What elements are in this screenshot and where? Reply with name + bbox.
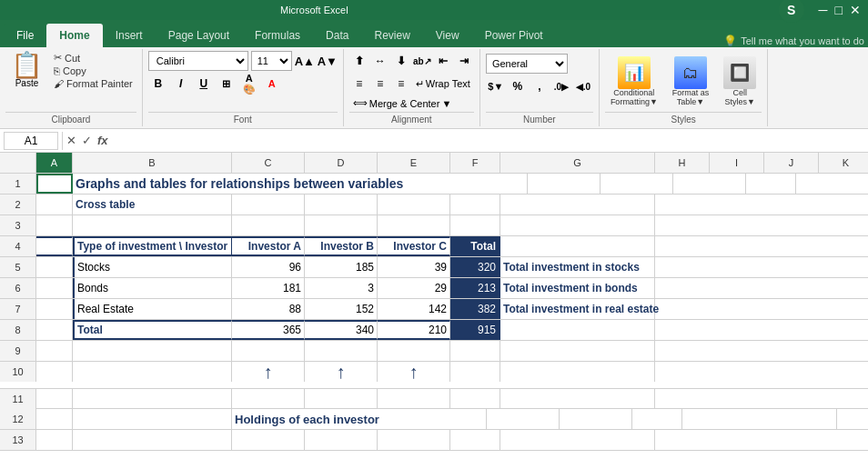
col-header-i[interactable]: I (710, 153, 764, 173)
cell-a6[interactable] (36, 278, 73, 298)
cell-a2[interactable] (36, 195, 73, 215)
cell-g8[interactable] (500, 320, 655, 340)
cell-b13[interactable] (73, 430, 232, 450)
cell-d5[interactable]: 185 (305, 257, 378, 277)
cell-c6[interactable]: 181 (232, 278, 305, 298)
cell-b10[interactable] (73, 362, 232, 382)
align-center-button[interactable]: ≡ (370, 74, 390, 94)
cell-f3[interactable] (450, 215, 500, 235)
cell-b3[interactable] (73, 215, 232, 235)
bold-button[interactable]: B (148, 74, 168, 94)
cell-c11[interactable] (232, 389, 305, 409)
col-header-k[interactable]: K (819, 153, 868, 173)
cell-a12[interactable] (36, 409, 73, 429)
cell-e11[interactable] (378, 389, 450, 409)
cell-a9[interactable] (36, 341, 73, 361)
cell-b12[interactable] (73, 409, 232, 429)
close-button[interactable]: ✕ (850, 3, 861, 17)
cell-c12[interactable]: Holdings of each investor (232, 409, 487, 429)
cell-f7[interactable]: 382 (450, 299, 500, 319)
cell-e7[interactable]: 142 (378, 299, 450, 319)
cell-c5[interactable]: 96 (232, 257, 305, 277)
cell-a10[interactable] (36, 362, 73, 382)
cell-f8[interactable]: 915 (450, 320, 500, 340)
font-color-button[interactable]: A (262, 74, 282, 94)
tell-me-bar[interactable]: 💡 Tell me what you want to do (723, 35, 864, 47)
cell-c7[interactable]: 88 (232, 299, 305, 319)
col-header-e[interactable]: E (378, 153, 450, 173)
cell-g10[interactable] (500, 362, 655, 382)
cell-d3[interactable] (305, 215, 378, 235)
align-top-button[interactable]: ⬆ (349, 51, 369, 71)
font-size-select[interactable]: 11 (251, 51, 292, 71)
user-avatar[interactable]: S (779, 0, 804, 23)
font-name-select[interactable]: Calibri (148, 51, 248, 71)
cell-c13[interactable] (232, 430, 305, 450)
font-decrease-button[interactable]: A▼ (318, 51, 338, 71)
font-increase-button[interactable]: A▲ (295, 51, 315, 71)
cell-e8[interactable]: 210 (378, 320, 450, 340)
cell-e9[interactable] (378, 341, 450, 361)
indent-decrease-button[interactable]: ⇤ (433, 51, 453, 71)
cell-c3[interactable] (232, 215, 305, 235)
cell-reference-input[interactable] (4, 132, 58, 150)
formula-cancel-icon[interactable]: ✕ (66, 134, 76, 147)
formula-input[interactable] (112, 132, 864, 150)
cell-a1[interactable] (36, 174, 73, 194)
cell-f5[interactable]: 320 (450, 257, 500, 277)
format-as-table-button[interactable]: 🗂 Format asTable▼ (667, 55, 715, 109)
cell-b7[interactable]: Real Estate (73, 299, 232, 319)
cell-f6[interactable]: 213 (450, 278, 500, 298)
decimal-decrease-button[interactable]: ◀.0 (573, 76, 593, 96)
minimize-button[interactable]: ─ (819, 3, 828, 17)
cell-d1[interactable] (601, 174, 673, 194)
cell-f9[interactable] (450, 341, 500, 361)
tab-page-layout[interactable]: Page Layout (156, 24, 242, 47)
cell-e3[interactable] (378, 215, 450, 235)
cell-b8[interactable]: Total (73, 320, 232, 340)
col-header-a[interactable]: A (36, 153, 73, 173)
fill-color-button[interactable]: A🎨 (239, 74, 259, 94)
cell-f12[interactable] (632, 409, 682, 429)
cell-c8[interactable]: 365 (232, 320, 305, 340)
comma-button[interactable]: , (530, 76, 550, 96)
tab-insert[interactable]: Insert (103, 24, 156, 47)
formula-fx-icon[interactable]: fx (97, 134, 108, 147)
cell-g4[interactable] (500, 236, 655, 256)
cell-b4[interactable]: Type of investment \ Investor (73, 236, 232, 256)
cut-button[interactable]: ✂ Cut (50, 51, 136, 65)
cell-g5[interactable]: Total investment in stocks (500, 257, 655, 277)
cell-d4[interactable]: Investor B (305, 236, 378, 256)
tab-formulas[interactable]: Formulas (242, 24, 313, 47)
cell-e13[interactable] (378, 430, 450, 450)
copy-button[interactable]: ⎘ Copy (50, 65, 136, 77)
cell-c2[interactable] (232, 195, 305, 215)
cell-f4[interactable]: Total (450, 236, 500, 256)
cell-g6[interactable]: Total investment in bonds (500, 278, 655, 298)
cell-c1[interactable] (528, 174, 601, 194)
cell-e10[interactable]: ↑ (378, 362, 450, 382)
cell-d13[interactable] (305, 430, 378, 450)
tab-power-pivot[interactable]: Power Pivot (472, 24, 556, 47)
cell-g12[interactable] (682, 409, 837, 429)
cell-e2[interactable] (378, 195, 450, 215)
col-header-f[interactable]: F (450, 153, 500, 173)
percent-button[interactable]: % (508, 76, 528, 96)
cell-a8[interactable] (36, 320, 73, 340)
cell-f11[interactable] (450, 389, 500, 409)
cell-a11[interactable] (36, 389, 73, 409)
cell-b2[interactable]: Cross table (73, 195, 232, 215)
conditional-formatting-button[interactable]: 📊 ConditionalFormatting▼ (605, 55, 663, 109)
cell-g9[interactable] (500, 341, 655, 361)
cell-b9[interactable] (73, 341, 232, 361)
cell-f13[interactable] (450, 430, 500, 450)
merge-center-button[interactable]: ⟺ Merge & Center ▼ (349, 96, 456, 110)
cell-d10[interactable]: ↑ (305, 362, 378, 382)
cell-d2[interactable] (305, 195, 378, 215)
number-format-select[interactable]: General (486, 54, 568, 74)
cell-a3[interactable] (36, 215, 73, 235)
paste-button[interactable]: 📋 Paste (5, 51, 48, 90)
cell-e1[interactable] (673, 174, 746, 194)
cell-a13[interactable] (36, 430, 73, 450)
tab-data[interactable]: Data (313, 24, 361, 47)
